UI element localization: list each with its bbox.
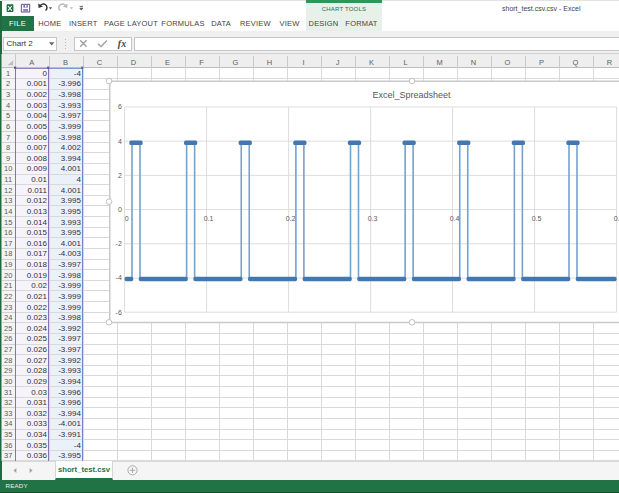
svg-text:4: 4: [118, 138, 122, 145]
svg-text:13: 13: [4, 196, 12, 205]
svg-text:1: 1: [6, 69, 10, 78]
svg-text:N: N: [471, 58, 476, 67]
svg-text:18: 18: [4, 249, 12, 258]
svg-text:4.002: 4.002: [61, 143, 82, 152]
svg-text:0.007: 0.007: [27, 143, 48, 152]
svg-text:3.993: 3.993: [61, 218, 82, 227]
svg-text:4: 4: [6, 101, 10, 110]
svg-text:0.015: 0.015: [27, 228, 48, 237]
svg-text:0.002: 0.002: [27, 90, 48, 99]
svg-text:-3.993: -3.993: [58, 101, 81, 110]
svg-text:-3.997: -3.997: [58, 260, 81, 269]
svg-text:M: M: [436, 58, 442, 67]
svg-text:0.032: 0.032: [27, 409, 48, 418]
svg-text:-3.996: -3.996: [58, 79, 81, 88]
svg-text:-3.994: -3.994: [58, 377, 81, 386]
svg-text:0.022: 0.022: [27, 303, 48, 312]
svg-text:0.03: 0.03: [31, 388, 47, 397]
svg-text:0.5: 0.5: [532, 215, 542, 222]
svg-text:37: 37: [4, 451, 12, 460]
svg-text:0.01: 0.01: [31, 175, 47, 184]
svg-text:fx: fx: [118, 38, 126, 49]
svg-text:4.001: 4.001: [61, 239, 82, 248]
svg-text:-4: -4: [74, 69, 82, 78]
svg-text:0.013: 0.013: [27, 207, 48, 216]
svg-text:-3.998: -3.998: [58, 271, 81, 280]
svg-text:G: G: [233, 58, 239, 67]
svg-text:0.025: 0.025: [27, 334, 48, 343]
svg-text:0: 0: [42, 69, 47, 78]
svg-text:0.036: 0.036: [27, 451, 48, 460]
svg-text:0.2: 0.2: [286, 215, 296, 222]
svg-text:3: 3: [6, 90, 10, 99]
svg-text:0.016: 0.016: [27, 239, 48, 248]
svg-text:-2: -2: [116, 240, 122, 247]
svg-text:0.018: 0.018: [27, 260, 48, 269]
svg-text:0.034: 0.034: [27, 430, 48, 439]
svg-text:6: 6: [6, 122, 10, 131]
svg-text:0.1: 0.1: [204, 215, 214, 222]
svg-text:D: D: [131, 58, 137, 67]
svg-text:17: 17: [4, 239, 12, 248]
svg-text:Excel_Spreadsheet: Excel_Spreadsheet: [372, 90, 451, 100]
svg-text:5: 5: [6, 111, 10, 120]
svg-text:H: H: [267, 58, 272, 67]
svg-text:3.994: 3.994: [61, 154, 82, 163]
svg-text:7: 7: [6, 133, 10, 142]
svg-text:O: O: [505, 58, 511, 67]
svg-text:-4.003: -4.003: [58, 249, 81, 258]
svg-text:9: 9: [6, 154, 10, 163]
svg-text:30: 30: [4, 377, 12, 386]
svg-text:19: 19: [4, 260, 12, 269]
svg-text:3.995: 3.995: [61, 228, 82, 237]
svg-text:-3.992: -3.992: [58, 324, 81, 333]
svg-text:A: A: [29, 58, 34, 67]
svg-text:0.3: 0.3: [368, 215, 378, 222]
svg-text:22: 22: [4, 292, 12, 301]
svg-text:L: L: [403, 58, 407, 67]
svg-text:35: 35: [4, 430, 12, 439]
svg-text:27: 27: [4, 345, 12, 354]
svg-text:-3.992: -3.992: [58, 356, 81, 365]
svg-text:16: 16: [4, 228, 12, 237]
svg-text:-6: -6: [116, 309, 122, 316]
svg-text:0.024: 0.024: [27, 324, 48, 333]
svg-text:3.995: 3.995: [61, 196, 82, 205]
svg-text:0.027: 0.027: [27, 356, 48, 365]
svg-text:14: 14: [4, 207, 12, 216]
svg-text:0.021: 0.021: [27, 292, 48, 301]
svg-text:0.003: 0.003: [27, 101, 48, 110]
svg-text:0.6: 0.6: [614, 215, 619, 222]
svg-text:-3.999: -3.999: [58, 281, 81, 290]
svg-text:P: P: [539, 58, 544, 67]
svg-text:10: 10: [4, 164, 12, 173]
svg-text:26: 26: [4, 334, 12, 343]
svg-text:F: F: [199, 58, 204, 67]
svg-text:29: 29: [4, 366, 12, 375]
svg-text:-3.998: -3.998: [58, 90, 81, 99]
svg-text:0.009: 0.009: [27, 164, 48, 173]
svg-text:-4: -4: [74, 441, 82, 450]
svg-text:0: 0: [118, 206, 122, 213]
svg-text:12: 12: [4, 186, 12, 195]
svg-text:0.014: 0.014: [27, 218, 48, 227]
svg-text:15: 15: [4, 218, 12, 227]
svg-text:3.995: 3.995: [61, 207, 82, 216]
svg-text:-3.999: -3.999: [58, 292, 81, 301]
svg-text:0: 0: [125, 215, 129, 222]
svg-text:24: 24: [4, 313, 12, 322]
svg-text:2: 2: [118, 172, 122, 179]
svg-text:0.029: 0.029: [27, 377, 48, 386]
svg-text:0.023: 0.023: [27, 313, 48, 322]
svg-text:4.001: 4.001: [61, 164, 82, 173]
svg-text:-4.001: -4.001: [58, 419, 81, 428]
svg-text:B: B: [63, 58, 68, 67]
svg-text:0.011: 0.011: [27, 186, 47, 195]
svg-text:-3.997: -3.997: [58, 345, 81, 354]
svg-text:C: C: [97, 58, 103, 67]
svg-text:-3.993: -3.993: [58, 366, 81, 375]
svg-text:28: 28: [4, 356, 12, 365]
svg-text:0.004: 0.004: [27, 111, 48, 120]
svg-text:0.033: 0.033: [27, 419, 48, 428]
svg-text:-3.999: -3.999: [58, 122, 81, 131]
